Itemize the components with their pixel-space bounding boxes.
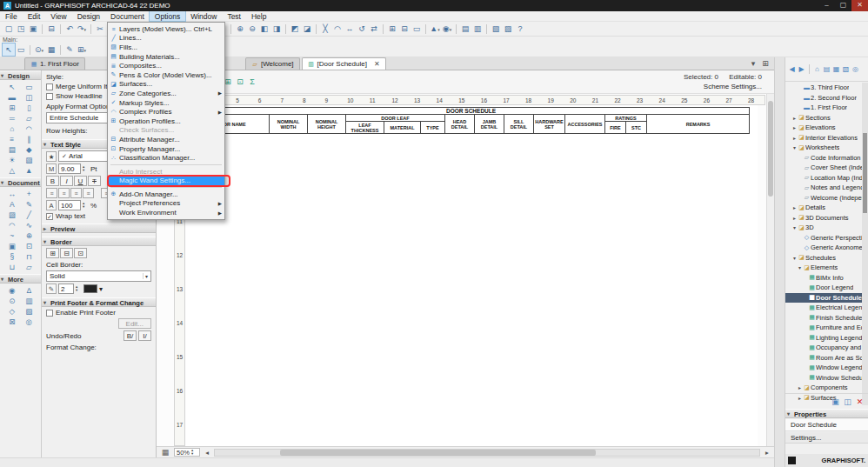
door-tool[interactable]: ◫ <box>22 92 37 103</box>
send-backward-icon[interactable]: ◪ <box>301 23 313 35</box>
shell-tool[interactable]: ◠ <box>22 123 37 134</box>
close-button[interactable]: ✕ <box>851 0 868 11</box>
tree-item-room-are-as-sched[interactable]: ▦Room Are as Sched <box>785 353 862 364</box>
render-icon[interactable]: ◉▾ <box>441 23 453 35</box>
interior-elevation-tool[interactable]: ⊔ <box>4 262 20 272</box>
tree-item-generic-perspective[interactable]: ◇Generic Perspective <box>785 233 862 244</box>
layout-book-icon[interactable]: ▧ <box>841 63 851 76</box>
tree-item-notes-and-legends-i[interactable]: ▱Notes and Legends (I <box>785 183 862 193</box>
tree-item-finish-schedule-fro[interactable]: ▦Finish Schedule fro <box>785 313 862 324</box>
camera-tool[interactable]: ⊙ <box>4 296 20 306</box>
tree-item-window-legend[interactable]: ▦Window Legend <box>785 363 862 373</box>
merge-uniform-checkbox[interactable] <box>46 83 53 90</box>
object-tool[interactable]: ◆ <box>22 144 37 155</box>
menu-document[interactable]: Document <box>105 11 150 21</box>
beam-tool[interactable]: ═ <box>4 113 20 123</box>
section-tool[interactable]: § <box>4 251 20 262</box>
border-inside-button[interactable]: ⊡ <box>74 248 87 258</box>
spline-tool[interactable]: ~ <box>4 230 20 241</box>
wrap-text-checkbox[interactable]: ✓ <box>46 213 53 220</box>
documents-icon[interactable]: ▥ <box>471 23 484 35</box>
menu-help[interactable]: Help <box>246 11 271 21</box>
pin-navigator-icon[interactable]: ◎ <box>851 63 860 76</box>
polyline-tool[interactable]: ∿ <box>22 220 37 230</box>
marker-tool[interactable]: ◇ <box>4 306 20 317</box>
navigator-toggle-icon[interactable]: ▧ <box>490 23 502 35</box>
pen-weight-stepper[interactable] <box>76 285 82 293</box>
menu-item-operation-profiles[interactable]: ⊞Operation Profiles... <box>108 117 224 126</box>
minimize-button[interactable]: – <box>818 0 835 11</box>
menu-item-project-preferences[interactable]: Project Preferences▶ <box>108 199 224 209</box>
add-element-icon[interactable]: ⊞▾ <box>76 43 88 56</box>
schedule-sheet[interactable]: DOOR SCHEDULEDOOR NAMENOMINAL WIDTHNOMIN… <box>185 105 758 446</box>
chevron-right-icon[interactable]: ▸ <box>791 124 798 130</box>
menu-item-magic-wand-settings[interactable]: Magic Wand Settings... <box>108 177 224 186</box>
menu-item-layers-model-views[interactable]: ≡Layers (Model Views)...Ctrl+L <box>108 24 224 34</box>
menu-item-add-on-manager[interactable]: ⊕Add-On Manager... <box>108 190 224 199</box>
change-tool[interactable]: ∆ <box>22 285 37 296</box>
drawing-area[interactable]: ▤▥⊞⊡Σ Selected: 0 Editable: 0 Scheme Set… <box>157 70 774 457</box>
stretch-icon[interactable]: ↔ <box>344 23 356 35</box>
chevron-right-icon[interactable]: ▸ <box>791 115 798 121</box>
properties-section-header[interactable]: ▾ Properties <box>785 409 868 418</box>
quick-options-icon[interactable]: ▦ <box>159 446 171 458</box>
pen-color-chip[interactable] <box>83 284 97 293</box>
unlock-icon[interactable]: ◨ <box>270 23 283 35</box>
tree-item-furniture-and-equi[interactable]: ▦Furniture and Equi <box>785 323 862 333</box>
detail-tool[interactable]: ◉ <box>4 285 20 296</box>
arc-tool[interactable]: ◠ <box>4 220 20 230</box>
group-icon[interactable]: ⊕ <box>234 23 246 35</box>
cut-icon[interactable]: ✂ <box>94 23 106 35</box>
zoom-out-icon[interactable]: ⊟ <box>398 23 411 35</box>
tree-item-elevations[interactable]: ▸◪Elevations <box>785 123 862 133</box>
tree-item-window-schedule[interactable]: ▦Window Schedule <box>785 373 862 384</box>
pen-icon[interactable]: ✎ <box>46 284 57 294</box>
align-justify-button[interactable]: ≡ <box>83 188 94 198</box>
tree-item-2-second-floor[interactable]: ▬2. Second Floor <box>785 93 862 103</box>
hotspot-tool[interactable]: ⊕ <box>22 230 37 241</box>
tree-item-location-map-indep[interactable]: ▱Location Map (Indep <box>785 173 862 183</box>
tree-item-lighting-legend[interactable]: ▦Lighting Legend <box>785 333 862 344</box>
spacing-stepper[interactable] <box>83 202 89 210</box>
scroll-right-icon[interactable]: ▸ <box>763 449 771 457</box>
drawing-tool[interactable]: ⊡ <box>22 241 37 251</box>
font-size-input[interactable]: 9.00 <box>58 163 81 174</box>
tree-item-door-schedule[interactable]: ▦Door Schedule <box>785 293 862 304</box>
merge-cells-icon[interactable]: ⊡ <box>234 76 246 88</box>
help-icon[interactable]: ? <box>514 23 526 35</box>
door-schedule-table[interactable]: DOOR SCHEDULEDOOR NAMENOMINAL WIDTHNOMIN… <box>192 107 750 134</box>
border-style-select[interactable]: Solid ▾ <box>46 270 151 282</box>
bold-button[interactable]: B <box>46 176 59 186</box>
tree-item-bimx-info[interactable]: ▦BIMx Info <box>785 273 862 284</box>
enable-print-footer-checkbox[interactable] <box>46 310 53 317</box>
save-icon[interactable]: ▣ <box>27 23 39 35</box>
window-tool[interactable]: ⊞ <box>4 103 20 113</box>
slab-tool[interactable]: ▱ <box>22 113 37 123</box>
menu-item-complex-profiles[interactable]: ◠Complex Profiles▶ <box>108 107 224 117</box>
format-change-italic-button[interactable]: I/ <box>138 330 151 341</box>
font-size-stepper[interactable] <box>83 165 89 173</box>
menu-item-markup-styles[interactable]: ✓Markup Styles... <box>108 98 224 108</box>
home-icon[interactable]: ⌂ <box>812 63 822 76</box>
back-icon[interactable]: ◀ <box>787 63 797 76</box>
open-file-icon[interactable]: ◳ <box>15 23 27 35</box>
vertical-scrollbar-thumb[interactable] <box>768 101 773 197</box>
close-tab-icon[interactable]: ✕ <box>374 60 380 68</box>
scheme-settings-button[interactable]: Scheme Settings... <box>704 83 762 90</box>
toolbox-section-document[interactable]: ▾Document <box>0 177 41 187</box>
strikethrough-button[interactable]: T <box>88 176 101 186</box>
menu-item-surfaces[interactable]: ◪Surfaces... <box>108 80 224 90</box>
tree-item-welcome-independe[interactable]: ▱Welcome (Independe <box>785 193 862 203</box>
mirror-icon[interactable]: ⇄ <box>368 23 380 35</box>
mesh-tool[interactable]: ▲ <box>22 165 37 176</box>
chevron-down-icon[interactable]: ▾ <box>791 255 798 261</box>
panel-resize-gutter[interactable] <box>774 57 785 467</box>
chevron-down-icon[interactable]: ▾ <box>797 264 803 270</box>
tree-item-details[interactable]: ▸◪Details <box>785 203 862 213</box>
tree-item-schedules[interactable]: ▾◪Schedules <box>785 253 862 264</box>
tree-item-1-first-floor[interactable]: ▬1. First Floor <box>785 103 862 113</box>
fill-tool[interactable]: ▨ <box>4 210 20 220</box>
align-left-button[interactable]: ≡ <box>46 188 57 198</box>
tree-item-generic-axonometry[interactable]: ◇Generic Axonometry <box>785 243 862 253</box>
show-headline-checkbox[interactable] <box>46 93 53 100</box>
